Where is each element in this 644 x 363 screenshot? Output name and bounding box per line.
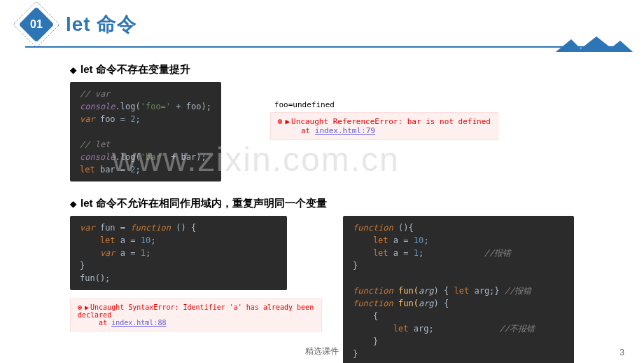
error-icon: ⊗ xyxy=(278,117,283,126)
error-box-1: ⊗▶Uncaught ReferenceError: bar is not de… xyxy=(270,112,498,140)
error-link-1[interactable]: index.html:79 xyxy=(315,126,375,135)
error-arrow-icon: ▶ xyxy=(85,303,89,311)
sub1-prefix: let xyxy=(80,63,96,75)
sub1-text: 命令不存在变量提升 xyxy=(96,63,190,75)
slide-title: let 命令 xyxy=(66,11,137,38)
console-panel-1: foo=undefined ⊗▶Uncaught ReferenceError:… xyxy=(270,100,498,140)
code-block-3: function (){ let a = 10; let a = 1; //报错… xyxy=(343,216,574,363)
subheading-1: let 命令不存在变量提升 xyxy=(70,63,644,76)
svg-marker-2 xyxy=(606,41,633,52)
error-msg-2: Uncaught SyntaxError: Identifier 'a' has… xyxy=(78,303,314,319)
sub2-text: 命令不允许在相同作用域内，重复声明同一个变量 xyxy=(96,197,327,209)
row-2: var fun = function () { let a = 10; var … xyxy=(70,216,644,363)
section-badge: 01 xyxy=(19,7,55,43)
code-block-1: // var console.log('foo=' + foo); var fo… xyxy=(70,82,221,182)
col-left: var fun = function () { let a = 10; var … xyxy=(70,216,322,331)
sub2-prefix: let xyxy=(80,197,96,209)
error-msg-1: Uncaught ReferenceError: bar is not defi… xyxy=(291,117,491,126)
error-at-2: at xyxy=(99,319,111,327)
error-at-1: at xyxy=(301,126,315,135)
error-icon: ⊗ xyxy=(78,303,82,311)
mountain-decoration xyxy=(556,36,633,52)
subheading-2: let 命令不允许在相同作用域内，重复声明同一个变量 xyxy=(70,197,644,210)
footer-text: 精选课件 xyxy=(0,345,644,357)
slide-content: let 命令不存在变量提升 // var console.log('foo=' … xyxy=(0,48,644,363)
console-output-1: foo=undefined xyxy=(270,100,498,109)
page-number: 3 xyxy=(620,348,624,357)
error-link-2[interactable]: index.html:88 xyxy=(111,319,166,327)
code-block-2: var fun = function () { let a = 10; var … xyxy=(70,216,287,290)
error-arrow-icon: ▶ xyxy=(285,117,290,126)
error-box-2: ⊗▶Uncaught SyntaxError: Identifier 'a' h… xyxy=(70,299,322,331)
slide-header: 01 let 命令 xyxy=(0,0,644,38)
row-1: // var console.log('foo=' + foo); var fo… xyxy=(70,82,644,182)
badge-number: 01 xyxy=(30,18,43,31)
